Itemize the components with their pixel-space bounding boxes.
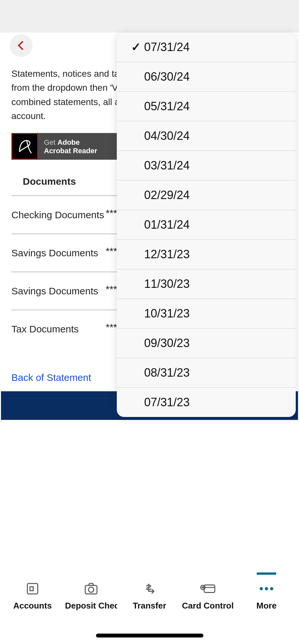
date-option[interactable]: 03/31/24 <box>117 151 296 181</box>
date-label: 04/30/24 <box>144 129 289 143</box>
svg-rect-1 <box>30 587 33 591</box>
date-option[interactable]: 04/30/24 <box>117 121 296 151</box>
adobe-logo-icon <box>11 133 38 160</box>
date-option[interactable]: 08/31/23 <box>117 358 296 388</box>
acrobat-get: Get <box>44 138 58 146</box>
more-icon <box>258 581 275 597</box>
card-controls-icon <box>200 581 216 597</box>
date-option[interactable]: 06/30/24 <box>117 62 296 92</box>
date-label: 06/30/24 <box>144 70 289 84</box>
svg-rect-4 <box>204 585 215 592</box>
acrobat-adobe: Adobe <box>58 138 80 146</box>
date-dropdown: ✓07/31/2406/30/2405/31/2404/30/2403/31/2… <box>117 33 296 417</box>
date-label: 07/31/23 <box>144 396 289 409</box>
date-option[interactable]: 11/30/23 <box>117 269 296 299</box>
accounts-icon <box>24 581 41 597</box>
date-option[interactable]: 09/30/23 <box>117 329 296 358</box>
home-indicator[interactable] <box>96 634 203 637</box>
acrobat-banner[interactable]: Get Adobe Acrobat Reader <box>11 133 119 160</box>
doc-type: Checking Documents <box>11 208 106 222</box>
date-label: 05/31/24 <box>144 100 289 113</box>
chevron-left-icon <box>18 41 27 50</box>
transfer-icon <box>141 581 157 597</box>
date-option[interactable]: 01/31/24 <box>117 210 296 240</box>
date-option[interactable]: 05/31/24 <box>117 92 296 121</box>
date-label: 09/30/23 <box>144 336 289 350</box>
date-option[interactable]: 10/31/23 <box>117 299 296 329</box>
nav-more[interactable]: More <box>238 581 295 611</box>
date-label: 12/31/23 <box>144 248 289 261</box>
doc-type: Savings Documents <box>11 246 106 260</box>
date-option[interactable]: 12/31/23 <box>117 240 296 269</box>
acrobat-text: Get Adobe Acrobat Reader <box>38 133 103 160</box>
date-option[interactable]: ✓07/31/24 <box>117 33 296 62</box>
date-label: 10/31/23 <box>144 307 289 320</box>
date-label: 01/31/24 <box>144 218 289 232</box>
nav-label: Deposit Check <box>65 601 117 611</box>
date-label: 03/31/24 <box>144 159 289 172</box>
svg-rect-0 <box>27 584 38 594</box>
camera-icon <box>83 581 99 597</box>
th-documents: Documents <box>23 176 117 187</box>
status-bar <box>0 0 299 33</box>
date-label: 11/30/23 <box>144 277 289 291</box>
nav-card-controls[interactable]: Card Controls <box>180 581 237 611</box>
nav-label: Transfer <box>133 601 166 611</box>
nav-transfer[interactable]: Transfer <box>121 581 178 611</box>
date-label: 07/31/24 <box>144 40 289 54</box>
date-option[interactable]: 07/31/23 <box>117 388 296 417</box>
acrobat-reader: Acrobat Reader <box>44 147 97 155</box>
nav-deposit-check[interactable]: Deposit Check <box>62 581 119 611</box>
nav-accounts[interactable]: Accounts <box>4 581 61 611</box>
nav-label: Card Controls <box>182 601 234 611</box>
date-label: 02/29/24 <box>144 188 289 202</box>
doc-type: Savings Documents <box>11 284 106 298</box>
back-button[interactable] <box>10 34 33 57</box>
date-label: 08/31/23 <box>144 366 289 380</box>
nav-label: Accounts <box>13 601 52 611</box>
bottom-nav: Accounts Deposit Check Transfer Card Con… <box>0 572 299 644</box>
doc-type: Tax Documents <box>11 322 106 351</box>
check-icon: ✓ <box>131 40 144 54</box>
date-option[interactable]: 02/29/24 <box>117 181 296 210</box>
nav-label: More <box>256 601 277 611</box>
svg-point-3 <box>88 587 94 592</box>
